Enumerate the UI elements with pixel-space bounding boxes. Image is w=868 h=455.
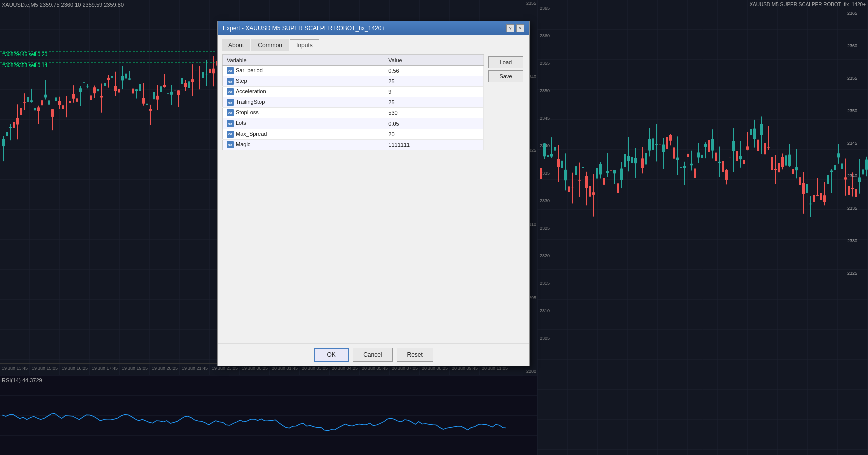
tab-common[interactable]: Common — [252, 40, 289, 51]
table-row[interactable]: eaStopLoss530 — [223, 108, 484, 118]
help-button[interactable]: ? — [506, 24, 514, 32]
row-variable: eaSar_period — [223, 66, 384, 76]
table-row[interactable]: eaMagic1111111 — [223, 140, 484, 150]
table-wrapper: Variable Value eaSar_period0.56eaStep25e… — [222, 54, 526, 340]
close-button[interactable]: × — [516, 24, 524, 32]
row-value: 20 — [384, 129, 484, 140]
col-value-header: Value — [384, 56, 484, 66]
row-variable: eaAcceleration — [223, 87, 384, 98]
row-variable: eaTrailingStop — [223, 98, 384, 108]
row-value: 0.56 — [384, 66, 484, 76]
row-icon: ea — [227, 78, 234, 85]
chart-title-left: XAUUSD.c,M5 2359.75 2360.10 2359.59 2359… — [2, 2, 124, 8]
row-value: 9 — [384, 87, 484, 98]
dialog-titlebar: Expert - XAUUSD M5 SUPER SCALPER ROBOT_f… — [218, 22, 530, 36]
inputs-table: Variable Value eaSar_period0.56eaStep25e… — [222, 55, 484, 150]
rsi-panel: RSI(14) 44.3729 — [0, 375, 538, 455]
row-icon: ea — [227, 131, 234, 138]
table-row[interactable]: eaAcceleration9 — [223, 87, 484, 98]
row-icon: ea — [227, 120, 234, 128]
row-value: 25 — [384, 98, 484, 108]
table-side-buttons: Load Save — [486, 54, 526, 340]
table-row[interactable]: eaSar_period0.56 — [223, 66, 484, 76]
tab-about[interactable]: About — [222, 40, 250, 51]
row-value: 0.05 — [384, 118, 484, 129]
row-icon: ea — [227, 68, 234, 74]
titlebar-buttons: ? × — [506, 24, 524, 32]
reset-button[interactable]: Reset — [397, 348, 434, 362]
cancel-button[interactable]: Cancel — [353, 348, 392, 362]
tab-inputs[interactable]: Inputs — [290, 40, 320, 52]
dialog-tabs: About Common Inputs — [222, 40, 526, 52]
order-label-2: #30829353 sell 0.14 — [2, 63, 48, 68]
inputs-table-container: Variable Value eaSar_period0.56eaStep25e… — [222, 54, 484, 340]
table-row[interactable]: eaLots0.05 — [223, 118, 484, 129]
order-label-1: #30829446 sell 0.20 — [2, 52, 48, 58]
row-variable: eaMax_Spread — [223, 129, 384, 140]
table-row[interactable]: eaMax_Spread20 — [223, 129, 484, 140]
save-button[interactable]: Save — [488, 70, 524, 82]
row-variable: eaStep — [223, 76, 384, 87]
row-value: 25 — [384, 76, 484, 87]
expert-dialog: Expert - XAUUSD M5 SUPER SCALPER ROBOT_f… — [218, 21, 530, 366]
table-row[interactable]: eaTrailingStop25 — [223, 98, 484, 108]
dialog-bottom-buttons: OK Cancel Reset — [218, 344, 530, 366]
row-icon: ea — [227, 142, 234, 148]
row-variable: eaLots — [223, 118, 384, 129]
row-icon: ea — [227, 88, 234, 96]
dialog-title: Expert - XAUUSD M5 SUPER SCALPER ROBOT_f… — [223, 25, 385, 32]
row-value: 1111111 — [384, 140, 484, 150]
ok-button[interactable]: OK — [314, 348, 349, 362]
dialog-content: About Common Inputs Variable Value eaSar… — [218, 36, 530, 344]
col-variable-header: Variable — [223, 56, 384, 66]
row-icon: ea — [227, 99, 234, 106]
row-variable: eaStopLoss — [223, 108, 384, 118]
row-value: 530 — [384, 108, 484, 118]
row-variable: eaMagic — [223, 140, 384, 150]
table-row[interactable]: eaStep25 — [223, 76, 484, 87]
chart-right: XAUUSD M5 SUPER SCALPER ROBOT_fix_1420+ — [538, 0, 868, 455]
load-button[interactable]: Load — [488, 56, 524, 68]
row-icon: ea — [227, 110, 234, 116]
rsi-label: RSI(14) 44.3729 — [2, 378, 42, 384]
chart-title-right: XAUUSD M5 SUPER SCALPER ROBOT_fix_1420+ — [750, 2, 866, 8]
